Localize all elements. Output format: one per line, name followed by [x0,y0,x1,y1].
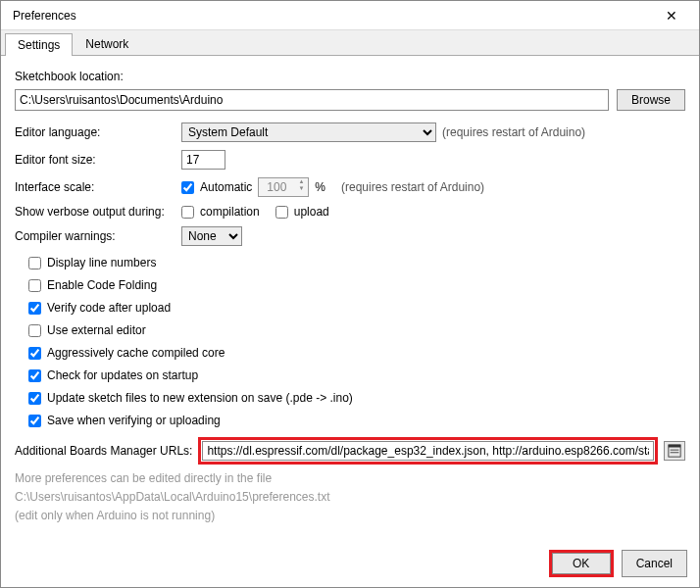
scale-percent: % [315,180,325,194]
check-updates-label: Check for updates on startup [47,368,198,382]
tab-settings[interactable]: Settings [5,33,73,56]
scale-automatic-input[interactable] [181,181,194,194]
verbose-upload-label: upload [294,205,329,219]
sketchbook-label: Sketchbook location: [15,70,685,83]
spinner-up-icon: ▲ [294,178,308,185]
verify-after-upload-input[interactable] [28,302,41,315]
preferences-window: Preferences ✕ Settings Network Sketchboo… [0,0,700,588]
save-on-verify-label: Save when verifying or uploading [47,414,221,427]
scale-automatic-checkbox[interactable]: Automatic [181,180,252,194]
close-icon: ✕ [666,8,677,24]
close-button[interactable]: ✕ [652,2,691,29]
options-group: Display line numbers Enable Code Folding… [28,256,685,427]
language-hint: (requires restart of Arduino) [442,125,585,139]
verbose-upload-input[interactable] [275,206,288,219]
use-external-editor-checkbox[interactable]: Use external editor [28,323,685,337]
aggressively-cache-checkbox[interactable]: Aggressively cache compiled core [28,346,685,360]
footer-line-3: (edit only when Arduino is not running) [15,508,685,523]
boards-urls-highlight [198,437,658,465]
scale-label: Interface scale: [15,180,181,194]
cancel-button[interactable]: Cancel [622,550,687,577]
fontsize-input[interactable] [181,150,225,170]
aggressively-cache-label: Aggressively cache compiled core [47,346,225,360]
display-line-numbers-label: Display line numbers [47,256,156,270]
tab-network[interactable]: Network [73,32,141,55]
window-list-icon [668,444,681,458]
scale-hint: (requires restart of Arduino) [341,180,484,194]
scale-spinner: ▲ ▼ [258,177,309,197]
enable-code-folding-label: Enable Code Folding [47,278,157,292]
language-label: Editor language: [15,125,181,139]
use-external-editor-input[interactable] [28,324,41,337]
tabs: Settings Network [1,30,699,56]
ok-highlight: OK [549,550,614,577]
verbose-upload-checkbox[interactable]: upload [275,205,329,219]
check-updates-input[interactable] [28,369,41,382]
check-updates-checkbox[interactable]: Check for updates on startup [28,368,685,382]
window-title: Preferences [13,9,76,23]
titlebar: Preferences ✕ [1,1,699,30]
verbose-compilation-label: compilation [200,205,260,219]
verbose-label: Show verbose output during: [15,205,181,219]
browse-button[interactable]: Browse [617,89,685,111]
update-extension-checkbox[interactable]: Update sketch files to new extension on … [28,391,685,405]
display-line-numbers-input[interactable] [28,257,41,270]
enable-code-folding-checkbox[interactable]: Enable Code Folding [28,278,685,292]
verbose-compilation-input[interactable] [181,206,194,219]
boards-urls-label: Additional Boards Manager URLs: [15,444,192,458]
button-bar: OK Cancel [549,550,687,577]
spinner-down-icon: ▼ [294,185,308,192]
spinner-buttons: ▲ ▼ [294,178,308,196]
scale-automatic-label: Automatic [200,180,252,194]
svg-rect-1 [669,445,680,448]
display-line-numbers-checkbox[interactable]: Display line numbers [28,256,685,270]
save-on-verify-checkbox[interactable]: Save when verifying or uploading [28,414,685,427]
ok-button[interactable]: OK [552,553,611,574]
aggressively-cache-input[interactable] [28,347,41,360]
enable-code-folding-input[interactable] [28,279,41,292]
footer-line-1: More preferences can be edited directly … [15,470,685,486]
update-extension-label: Update sketch files to new extension on … [47,391,353,405]
language-select[interactable]: System Default [181,122,436,142]
update-extension-input[interactable] [28,392,41,405]
boards-urls-expand-button[interactable] [664,441,685,461]
warnings-select[interactable]: None [181,226,242,246]
fontsize-label: Editor font size: [15,153,181,167]
warnings-label: Compiler warnings: [15,229,181,243]
use-external-editor-label: Use external editor [47,323,146,337]
scale-value-input [259,178,294,196]
verify-after-upload-label: Verify code after upload [47,301,171,315]
save-on-verify-input[interactable] [28,415,41,427]
content: Sketchbook location: Browse Editor langu… [1,56,699,534]
footer-line-2: C:\Users\ruisantos\AppData\Local\Arduino… [15,489,685,505]
verify-after-upload-checkbox[interactable]: Verify code after upload [28,301,685,315]
verbose-compilation-checkbox[interactable]: compilation [181,205,260,219]
boards-urls-input[interactable] [202,441,654,461]
sketchbook-path-input[interactable] [15,89,609,111]
